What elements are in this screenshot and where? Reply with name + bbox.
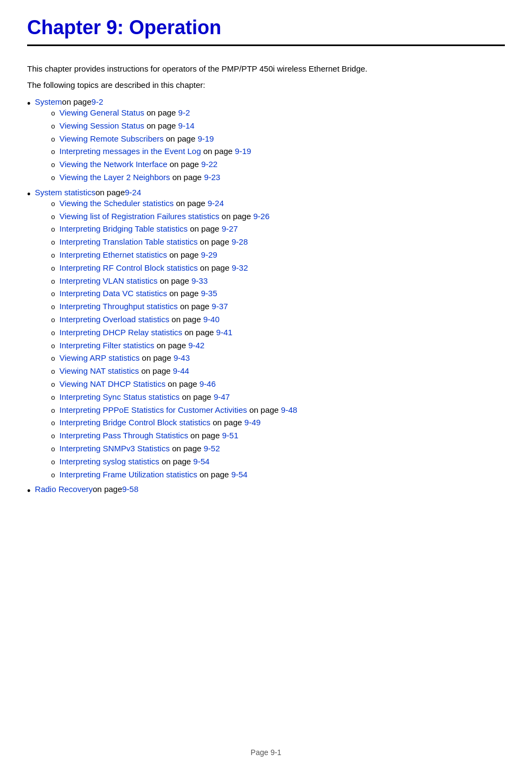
sub-bullet-icon: o [51, 289, 55, 300]
page-num-system-stats: 9-24 [125, 188, 141, 197]
sub-item-label: Viewing list of Registration Failures st… [60, 212, 270, 221]
link-viewing-remote-subscribers[interactable]: Viewing Remote Subscribers [60, 134, 164, 143]
sub-list-system: o Viewing General Status on page 9-2 o V… [51, 108, 251, 186]
list-item: o Interpreting Filter statistics on page… [51, 341, 297, 352]
link-rf-control-block-stats[interactable]: Interpreting RF Control Block statistics [60, 263, 198, 272]
sub-item-label: Interpreting Sync Status statistics on p… [60, 392, 230, 401]
sub-item-label: Interpreting SNMPv3 Statistics on page 9… [60, 444, 220, 453]
link-nat-dhcp-stats[interactable]: Viewing NAT DHCP Statistics [60, 379, 166, 388]
list-item: o Interpreting Pass Through Statistics o… [51, 431, 297, 442]
link-viewing-session-status[interactable]: Viewing Session Status [60, 121, 144, 130]
list-item: o Interpreting Throughput statistics on … [51, 302, 297, 313]
page-container: Chapter 9: Operation This chapter provid… [0, 0, 532, 773]
list-item: o Interpreting Bridging Table statistics… [51, 224, 297, 235]
list-item: o Viewing ARP statistics on page 9-43 [51, 353, 297, 365]
link-vlan-stats[interactable]: Interpreting VLAN statistics [60, 276, 158, 285]
sub-bullet-icon: o [51, 121, 55, 132]
sub-bullet-icon: o [51, 405, 55, 417]
sub-bullet-icon: o [51, 457, 55, 468]
toc-item-system: System on page 9-2 o Viewing General Sta… [35, 97, 251, 186]
link-nat-stats[interactable]: Viewing NAT statistics [60, 366, 139, 375]
sub-bullet-icon: o [51, 224, 55, 235]
link-system[interactable]: System [35, 97, 62, 106]
intro-line1: This chapter provides instructions for o… [27, 62, 505, 75]
link-frame-utilization-stats[interactable]: Interpreting Frame Utilization statistic… [60, 470, 197, 479]
list-item: o Interpreting Ethernet statistics on pa… [51, 250, 297, 261]
page-ref-system: on page [62, 97, 91, 106]
list-item: • System statistics on page 9-24 o Viewi… [27, 188, 505, 483]
link-filter-stats[interactable]: Interpreting Filter statistics [60, 341, 155, 350]
list-item: o Interpreting messages in the Event Log… [51, 146, 251, 158]
sub-item-label: Interpreting Frame Utilization statistic… [60, 470, 248, 479]
list-item: o Viewing the Scheduler statistics on pa… [51, 199, 297, 210]
toc-item-system-statistics: System statistics on page 9-24 o Viewing… [35, 188, 297, 483]
page-number: Page 9-1 [251, 748, 281, 757]
list-item: o Viewing list of Registration Failures … [51, 212, 297, 223]
page-ref-system-stats: on page [95, 188, 125, 197]
sub-bullet-icon: o [51, 353, 55, 365]
sub-item-label: Interpreting Bridge Control Block statis… [60, 418, 261, 427]
link-registration-failures-stats[interactable]: Viewing list of Registration Failures st… [60, 212, 220, 221]
sub-bullet-icon: o [51, 212, 55, 223]
list-item: o Interpreting Data VC statistics on pag… [51, 289, 297, 300]
sub-bullet-icon: o [51, 173, 55, 184]
sub-bullet-icon: o [51, 444, 55, 455]
link-pppoe-stats[interactable]: Interpreting PPPoE Statistics for Custom… [60, 405, 247, 414]
link-system-statistics[interactable]: System statistics [35, 188, 95, 197]
sub-bullet-icon: o [51, 159, 55, 171]
link-throughput-stats[interactable]: Interpreting Throughput statistics [60, 302, 178, 311]
sub-item-label: Interpreting syslog statistics on page 9… [60, 457, 210, 466]
sub-item-label: Viewing the Network Interface on page 9-… [60, 159, 218, 169]
list-item: o Interpreting RF Control Block statisti… [51, 263, 297, 274]
sub-bullet-icon: o [51, 379, 55, 391]
list-item: o Viewing the Layer 2 Neighbors on page … [51, 173, 251, 184]
link-bridge-control-block-stats[interactable]: Interpreting Bridge Control Block statis… [60, 418, 210, 427]
sub-bullet-icon: o [51, 134, 55, 145]
main-item-row: Radio Recovery on page 9-58 [35, 484, 138, 494]
sub-list-system-statistics: o Viewing the Scheduler statistics on pa… [51, 199, 297, 483]
sub-item-label: Viewing the Layer 2 Neighbors on page 9-… [60, 173, 221, 182]
link-scheduler-stats[interactable]: Viewing the Scheduler statistics [60, 199, 174, 208]
link-dhcp-relay-stats[interactable]: Interpreting DHCP Relay statistics [60, 328, 182, 337]
link-ethernet-stats[interactable]: Interpreting Ethernet statistics [60, 250, 167, 259]
sub-bullet-icon: o [51, 108, 55, 119]
page-footer: Page 9-1 [0, 748, 532, 757]
sub-bullet-icon: o [51, 263, 55, 274]
link-syslog-stats[interactable]: Interpreting syslog statistics [60, 457, 159, 466]
sub-item-label: Interpreting PPPoE Statistics for Custom… [60, 405, 298, 414]
sub-bullet-icon: o [51, 302, 55, 313]
sub-item-label: Viewing General Status on page 9-2 [60, 108, 190, 117]
sub-bullet-icon: o [51, 328, 55, 339]
link-snmpv3-stats[interactable]: Interpreting SNMPv3 Statistics [60, 444, 170, 453]
list-item: o Interpreting Sync Status statistics on… [51, 392, 297, 404]
list-item: o Interpreting syslog statistics on page… [51, 457, 297, 468]
sub-item-label: Viewing Remote Subscribers on page 9-19 [60, 134, 214, 143]
list-item: o Interpreting Frame Utilization statist… [51, 470, 297, 481]
bullet-icon: • [27, 484, 30, 498]
link-overload-stats[interactable]: Interpreting Overload statistics [60, 315, 170, 324]
main-item-row: System on page 9-2 [35, 97, 251, 106]
link-viewing-network-interface[interactable]: Viewing the Network Interface [60, 159, 168, 169]
list-item: o Viewing Session Status on page 9-14 [51, 121, 251, 132]
sub-item-label: Viewing Session Status on page 9-14 [60, 121, 195, 130]
link-bridging-table-stats[interactable]: Interpreting Bridging Table statistics [60, 224, 188, 233]
link-viewing-layer2-neighbors[interactable]: Viewing the Layer 2 Neighbors [60, 173, 170, 182]
sub-bullet-icon: o [51, 470, 55, 481]
link-interpreting-event-log[interactable]: Interpreting messages in the Event Log [60, 146, 201, 156]
sub-item-label: Interpreting DHCP Relay statistics on pa… [60, 328, 233, 337]
link-viewing-general-status[interactable]: Viewing General Status [60, 108, 144, 117]
link-data-vc-stats[interactable]: Interpreting Data VC statistics [60, 289, 167, 298]
link-sync-status-stats[interactable]: Interpreting Sync Status statistics [60, 392, 180, 401]
list-item: o Viewing the Network Interface on page … [51, 159, 251, 171]
sub-item-label: Interpreting RF Control Block statistics… [60, 263, 248, 272]
link-pass-through-stats[interactable]: Interpreting Pass Through Statistics [60, 431, 188, 440]
page-num-system: 9-2 [92, 97, 104, 106]
sub-bullet-icon: o [51, 199, 55, 210]
sub-item-label: Interpreting messages in the Event Log o… [60, 146, 252, 156]
sub-bullet-icon: o [51, 366, 55, 378]
link-arp-stats[interactable]: Viewing ARP statistics [60, 353, 140, 362]
sub-item-label: Viewing the Scheduler statistics on page… [60, 199, 224, 208]
link-translation-table-stats[interactable]: Interpreting Translation Table statistic… [60, 237, 198, 246]
sub-item-label: Interpreting Bridging Table statistics o… [60, 224, 238, 233]
link-radio-recovery[interactable]: Radio Recovery [35, 484, 93, 494]
